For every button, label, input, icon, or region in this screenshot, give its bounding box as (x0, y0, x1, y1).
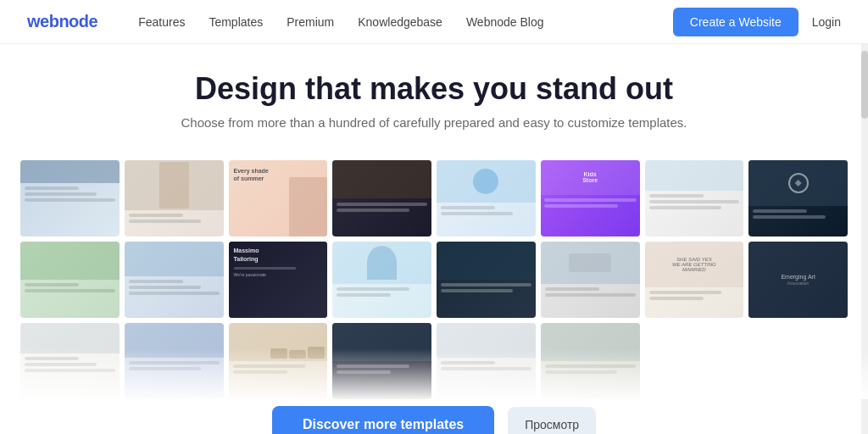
template-card[interactable] (437, 242, 536, 318)
template-card[interactable] (437, 323, 536, 399)
template-card[interactable] (125, 323, 224, 399)
template-card[interactable] (125, 160, 224, 236)
discover-templates-button[interactable]: Discover more templates (272, 406, 494, 434)
template-card[interactable]: SHE SAID YESWE ARE GETTINGMARRIED (645, 242, 744, 318)
hero-section: Design that makes you stand out Choose f… (0, 44, 868, 147)
hero-subtitle: Choose from more than a hundred of caref… (27, 115, 841, 130)
template-card[interactable] (229, 323, 328, 399)
template-grid: Every shadeof summer (20, 160, 848, 399)
header-actions: Create a Website Login (673, 8, 841, 36)
logo: webnode (27, 12, 97, 31)
template-card[interactable] (20, 242, 120, 318)
template-card[interactable]: KidsStore (541, 160, 640, 236)
template-card[interactable]: MassimoTailoring We're passionate (229, 242, 328, 318)
nav-knowledgebase[interactable]: Knowledgebase (358, 15, 442, 29)
main-nav: Features Templates Premium Knowledgebase… (138, 15, 673, 29)
template-card[interactable] (645, 160, 744, 236)
template-card[interactable]: Emerging ArtAssociation (748, 242, 848, 318)
nav-blog[interactable]: Webnode Blog (466, 15, 544, 29)
scrollbar-thumb[interactable] (861, 51, 868, 119)
create-website-button[interactable]: Create a Website (673, 8, 798, 36)
template-card[interactable] (332, 242, 431, 318)
prosmotr-button[interactable]: Просмотр (508, 407, 596, 434)
template-card[interactable] (20, 323, 120, 399)
template-card[interactable] (125, 242, 224, 318)
templates-area: Every shadeof summer (0, 147, 868, 399)
nav-templates[interactable]: Templates (209, 15, 263, 29)
template-card[interactable] (332, 160, 431, 236)
template-card[interactable] (437, 160, 536, 236)
template-card[interactable] (541, 323, 640, 399)
template-card[interactable] (20, 160, 120, 236)
hero-title: Design that makes you stand out (27, 71, 841, 107)
template-card[interactable]: Every shadeof summer (229, 160, 328, 236)
template-card[interactable] (748, 160, 848, 236)
header: webnode Features Templates Premium Knowl… (0, 0, 868, 44)
template-card[interactable] (541, 242, 640, 318)
nav-premium[interactable]: Premium (287, 15, 334, 29)
nav-features[interactable]: Features (138, 15, 185, 29)
cta-area: Discover more templates Просмотр (0, 406, 868, 434)
login-button[interactable]: Login (812, 15, 841, 29)
template-card[interactable] (332, 323, 431, 399)
